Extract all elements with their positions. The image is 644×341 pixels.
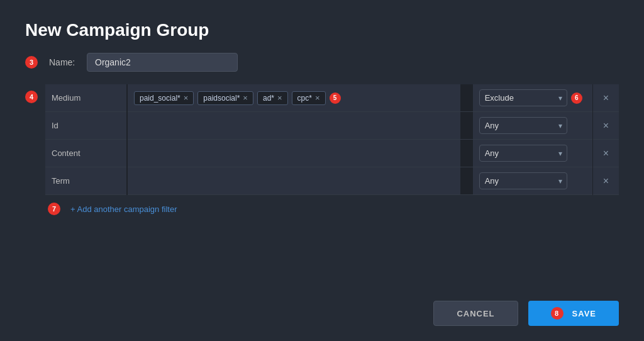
tag-remove-ad[interactable]: ×: [277, 94, 282, 102]
filter-section: 4 Medium paid_social* ×: [25, 84, 619, 215]
divider-content: [460, 140, 473, 167]
footer: CANCEL 8 SAVE: [25, 296, 619, 326]
remove-medium-button[interactable]: ×: [599, 91, 613, 105]
exclude-term: Any Include Exclude: [473, 167, 593, 195]
exclude-select-id[interactable]: Any Include Exclude: [479, 117, 567, 134]
filter-row-id: Id Any Include Exclude: [45, 112, 619, 140]
filter-label-medium: Medium: [45, 84, 127, 112]
exclude-select-wrapper-content[interactable]: Any Include Exclude: [479, 145, 567, 162]
term-input[interactable]: [134, 177, 240, 186]
remove-medium[interactable]: ×: [592, 84, 619, 112]
divider-medium: [460, 84, 473, 112]
filter-label-id: Id: [45, 112, 127, 140]
filter-values-content[interactable]: [127, 140, 460, 167]
remove-content-button[interactable]: ×: [599, 147, 613, 160]
add-filter-link[interactable]: + Add another campaign filter: [70, 204, 177, 214]
remove-id-button[interactable]: ×: [599, 119, 613, 133]
tag-remove-cpc[interactable]: ×: [315, 94, 320, 102]
tag-remove-paidsocial[interactable]: ×: [243, 94, 248, 102]
filter-table: Medium paid_social* × paidsocial* ×: [45, 84, 619, 195]
tag-paidsocial: paidsocial* ×: [197, 91, 253, 105]
exclude-medium: Exclude Include Any 6: [473, 84, 593, 112]
badge-6: 6: [571, 92, 582, 104]
filter-row-medium: Medium paid_social* × paidsocial* ×: [45, 84, 619, 112]
badge-4: 4: [25, 91, 38, 103]
remove-term-button[interactable]: ×: [599, 174, 613, 188]
filter-row-content: Content Any Include Exclude: [45, 140, 619, 167]
filter-values-id[interactable]: [127, 112, 460, 140]
cancel-button[interactable]: CANCEL: [433, 301, 518, 326]
badge-5: 5: [330, 92, 341, 104]
exclude-select-term[interactable]: Any Include Exclude: [479, 172, 567, 189]
remove-id[interactable]: ×: [592, 112, 619, 140]
id-input[interactable]: [134, 121, 240, 131]
divider-id: [460, 112, 473, 140]
filter-row-term: Term Any Include Exclude: [45, 167, 619, 195]
divider-term: [460, 167, 473, 195]
exclude-id: Any Include Exclude: [473, 112, 593, 140]
filter-values-medium[interactable]: paid_social* × paidsocial* × ad* ×: [127, 84, 460, 112]
remove-content[interactable]: ×: [592, 140, 619, 167]
exclude-select-medium[interactable]: Exclude Include Any: [479, 89, 567, 106]
filter-values-term[interactable]: [127, 167, 460, 195]
name-label: Name:: [49, 57, 79, 67]
exclude-select-wrapper-term[interactable]: Any Include Exclude: [479, 172, 567, 189]
exclude-select-wrapper-id[interactable]: Any Include Exclude: [479, 117, 567, 134]
exclude-content: Any Include Exclude: [473, 140, 593, 167]
tag-ad: ad* ×: [257, 91, 288, 105]
badge-7: 7: [48, 203, 60, 215]
save-button[interactable]: 8 SAVE: [528, 301, 619, 326]
dialog: New Campaign Group 3 Name: 4 Medium paid…: [0, 0, 644, 341]
filter-label-content: Content: [45, 140, 127, 167]
badge-8: 8: [551, 307, 564, 320]
dialog-title: New Campaign Group: [25, 20, 619, 40]
remove-term[interactable]: ×: [592, 167, 619, 195]
tag-remove-paid-social[interactable]: ×: [184, 94, 189, 102]
filter-label-term: Term: [45, 167, 127, 195]
tags-medium: paid_social* × paidsocial* × ad* ×: [134, 91, 454, 105]
badge-3: 3: [25, 56, 38, 69]
tag-paid-social: paid_social* ×: [134, 91, 194, 105]
medium-input[interactable]: [348, 93, 454, 103]
name-input[interactable]: [87, 53, 238, 72]
content-input[interactable]: [134, 149, 240, 159]
name-row: 3 Name:: [25, 53, 619, 72]
tag-cpc: cpc* ×: [292, 91, 326, 105]
exclude-select-content[interactable]: Any Include Exclude: [479, 145, 567, 162]
save-label: SAVE: [572, 309, 596, 318]
exclude-select-wrapper-medium[interactable]: Exclude Include Any: [479, 89, 567, 106]
